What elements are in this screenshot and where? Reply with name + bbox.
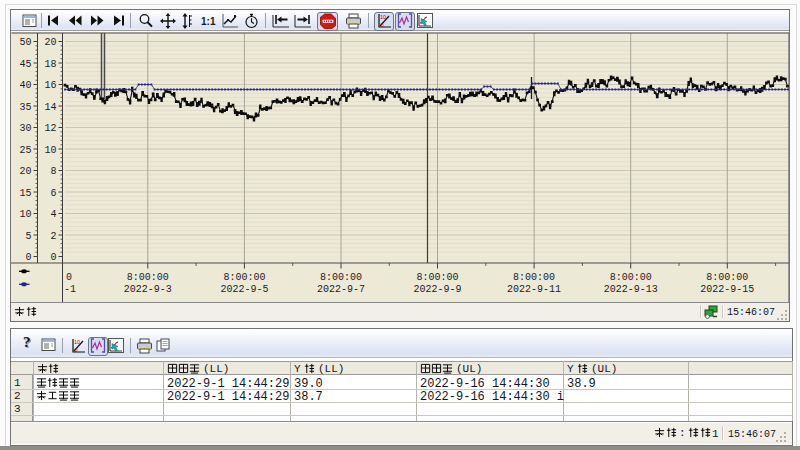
svg-text:2022-9-5: 2022-9-5 [220,284,268,295]
svg-text:35: 35 [19,102,31,113]
svg-text:30: 30 [19,123,31,134]
svg-text:0: 0 [381,22,384,28]
svg-text:45: 45 [19,59,31,70]
svg-text:2022-9-13: 2022-9-13 [604,284,658,295]
svg-text:0: 0 [50,252,56,263]
svg-text:2022-9-15: 2022-9-15 [700,284,754,295]
svg-text:0: 0 [25,252,31,263]
svg-text:2022-9-9: 2022-9-9 [413,284,461,295]
svg-text:8:00:00: 8:00:00 [513,272,555,283]
svg-text:20: 20 [19,166,31,177]
svg-text:8:00:00: 8:00:00 [223,272,265,283]
svg-text:10: 10 [74,339,80,345]
svg-text:40: 40 [19,80,31,91]
svg-text:10: 10 [44,145,56,156]
svg-text:25: 25 [19,145,31,156]
svg-text:10: 10 [19,209,31,220]
svg-text:2022-9-11: 2022-9-11 [507,284,561,295]
svg-text:14: 14 [44,102,56,113]
svg-text:20: 20 [44,37,56,48]
svg-text:50: 50 [19,37,31,48]
svg-text:18: 18 [44,59,56,70]
svg-text:10: 10 [380,14,386,20]
svg-text:8:00:00: 8:00:00 [320,272,362,283]
svg-text:8:00:00: 8:00:00 [416,272,458,283]
svg-text:8:00:00: 8:00:00 [610,272,652,283]
svg-text:6: 6 [50,188,56,199]
svg-text:8:00:00: 8:00:00 [127,272,169,283]
svg-text:16: 16 [44,80,56,91]
svg-text:2: 2 [50,231,56,242]
svg-text:2022-9-7: 2022-9-7 [317,284,365,295]
svg-text:15: 15 [19,188,31,199]
svg-text:0: 0 [66,272,72,283]
svg-text:8:00:00: 8:00:00 [706,272,748,283]
svg-text:-1: -1 [64,284,76,295]
svg-text:12: 12 [44,123,56,134]
svg-text:2022-9-3: 2022-9-3 [124,284,172,295]
svg-text:8: 8 [50,166,56,177]
svg-text:0: 0 [75,347,78,353]
svg-text:4: 4 [50,209,56,220]
svg-text:5: 5 [25,231,31,242]
